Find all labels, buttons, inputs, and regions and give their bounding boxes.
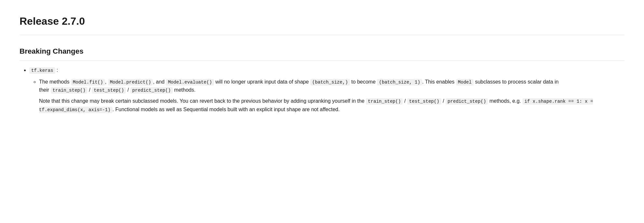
- page-title: Release 2.7.0: [20, 13, 624, 35]
- tfkeras-colon: :: [57, 67, 58, 73]
- model-evaluate-code: Model.evaluate(): [166, 79, 214, 85]
- expand-dims-code: if x.shape.rank == 1: x = tf.expand_dims…: [39, 98, 593, 113]
- section-heading-breaking-changes: Breaking Changes: [20, 46, 624, 61]
- tfkeras-code: tf.keras: [29, 67, 55, 74]
- model-code: Model: [456, 79, 474, 85]
- note-text: Note that this change may break certain …: [39, 97, 624, 114]
- sub-list-item-methods: The methods Model.fit(), Model.predict()…: [39, 78, 624, 114]
- content-area: Release 2.7.0 Breaking Changes tf.keras …: [20, 13, 624, 114]
- model-predict-code: Model.predict(): [108, 79, 153, 85]
- predict-step-code-2: predict_step(): [446, 98, 488, 105]
- sub-list: The methods Model.fit(), Model.predict()…: [39, 78, 624, 114]
- list-item-tfkeras: tf.keras : The methods Model.fit(), Mode…: [29, 66, 624, 114]
- train-step-code-1: train_step(): [51, 87, 87, 94]
- batch-size-shape-code: (batch_size,): [310, 79, 350, 85]
- test-step-code-1: test_step(): [92, 87, 126, 94]
- test-step-code-2: test_step(): [407, 98, 441, 105]
- method-description: The methods Model.fit(), Model.predict()…: [39, 79, 558, 93]
- train-step-code-2: train_step(): [366, 98, 403, 105]
- model-fit-code: Model.fit(): [71, 79, 105, 85]
- predict-step-code-1: predict_step(): [130, 87, 173, 94]
- batch-size-1-code: (batch_size, 1): [377, 79, 422, 85]
- top-list: tf.keras : The methods Model.fit(), Mode…: [29, 66, 624, 114]
